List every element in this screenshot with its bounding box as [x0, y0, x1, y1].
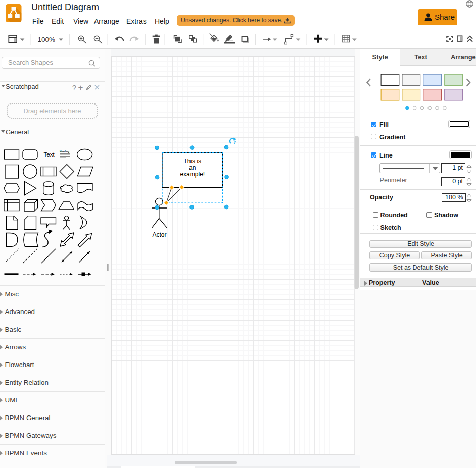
svg-text:This is: This is	[183, 158, 201, 165]
svg-text:Actor: Actor	[152, 231, 166, 238]
svg-text:example!: example!	[180, 171, 205, 178]
svg-text:100%: 100%	[38, 36, 56, 43]
svg-text:an: an	[189, 164, 196, 171]
svg-text:Text: Text	[44, 151, 55, 158]
svg-text:Heading: Heading	[60, 150, 69, 153]
